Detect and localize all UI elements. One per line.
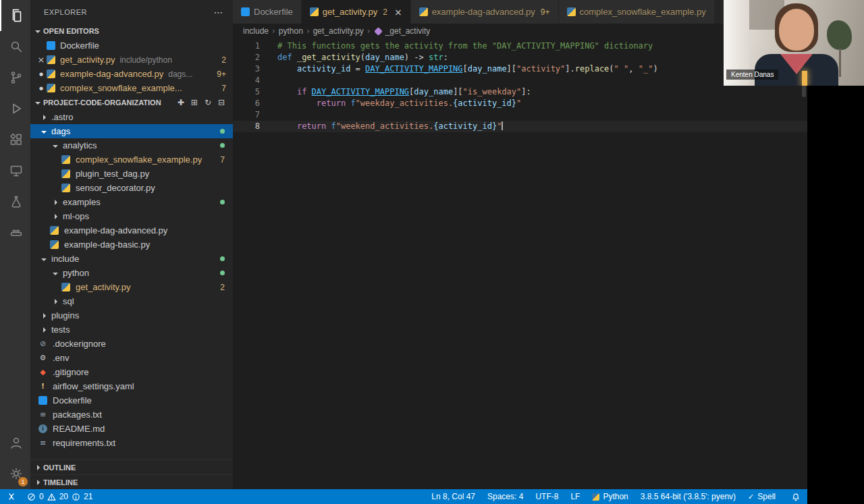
status-language[interactable]: Python: [586, 489, 634, 504]
tree-item[interactable]: tests: [30, 323, 233, 337]
git-badge: 7: [217, 84, 226, 93]
remote-explorer-icon[interactable]: [0, 155, 30, 186]
tab-bar: Dockerfileget_activity.py2×example-dag-a…: [233, 0, 807, 24]
python-file-icon: [61, 184, 70, 192]
new-folder-icon[interactable]: ⊞: [191, 98, 198, 107]
more-actions-icon[interactable]: ⋯: [214, 7, 224, 18]
outline-section-header[interactable]: OUTLINE: [30, 459, 233, 474]
status-eol[interactable]: LF: [564, 489, 586, 504]
breadcrumb-item[interactable]: get_activity.py: [313, 26, 364, 36]
code-line[interactable]: 3 activity_id = DAY_ACTIVITY_MAPPING[day…: [233, 63, 807, 75]
tree-item[interactable]: complex_snowflake_example.py7: [30, 152, 233, 167]
modified-contents-dot: [220, 143, 225, 148]
editor-scrollbar[interactable]: [801, 38, 807, 489]
code-line[interactable]: 1# This functions gets the activity from…: [233, 40, 807, 52]
tree-item[interactable]: include: [30, 252, 233, 266]
tree-item[interactable]: examples: [30, 195, 233, 209]
code-line[interactable]: 8 return f"weekend_activities.{activity_…: [233, 121, 807, 132]
open-editors-header[interactable]: OPEN EDITORS: [30, 24, 233, 38]
tree-item-label: analytics: [63, 140, 97, 150]
open-editor-item[interactable]: ×get_activity.pyinclude/python2: [30, 53, 233, 67]
new-file-icon[interactable]: ✚: [178, 98, 184, 107]
git-badge: 7: [216, 155, 225, 165]
search-icon[interactable]: [0, 31, 30, 62]
tree-item-label: ml-ops: [63, 211, 89, 221]
close-editor-icon[interactable]: ×: [36, 55, 47, 65]
tab-close-icon[interactable]: ×: [394, 7, 402, 18]
gear-file-icon: ⚙: [38, 354, 47, 362]
tree-item[interactable]: example-dag-basic.py: [30, 237, 233, 252]
project-section-actions: ✚⊞↻⊟: [178, 98, 233, 107]
status-indentation[interactable]: Spaces: 4: [481, 489, 529, 504]
project-section-header[interactable]: PROJECT-CODE-ORGANIZATION ✚⊞↻⊟: [30, 95, 233, 110]
remote-indicator[interactable]: [0, 489, 23, 504]
tree-item[interactable]: sensor_decorator.py: [30, 181, 233, 195]
editor-tab[interactable]: Dockerfile: [233, 0, 302, 24]
editor-tab[interactable]: get_activity.py2×: [302, 0, 411, 24]
code-line[interactable]: 4: [233, 75, 807, 86]
status-interpreter[interactable]: 3.8.5 64-bit ('3.8.5': pyenv): [634, 489, 742, 504]
tree-item-label: .env: [53, 353, 70, 363]
tab-git-badge: 9+: [541, 7, 550, 17]
activity-bar: 1: [0, 0, 30, 489]
status-cursor-position[interactable]: Ln 8, Col 47: [425, 489, 481, 504]
tree-item[interactable]: ◆.gitignore: [30, 365, 233, 379]
tree-item[interactable]: !airflow_settings.yaml: [30, 379, 233, 393]
open-editor-item[interactable]: ●complex_snowflake_example...7: [30, 81, 233, 95]
breadcrumb-item[interactable]: python: [279, 26, 303, 36]
tree-item[interactable]: iREADME.md: [30, 422, 233, 436]
tree-item[interactable]: dags: [30, 124, 233, 138]
tree-item[interactable]: python: [30, 266, 233, 280]
tree-item[interactable]: ⊘.dockerignore: [30, 337, 233, 351]
refresh-icon[interactable]: ↻: [205, 98, 211, 107]
tree-item-label: example-dag-advanced.py: [64, 225, 167, 235]
timeline-section-header[interactable]: TIMELINE: [30, 474, 233, 489]
settings-gear-icon[interactable]: 1: [0, 458, 30, 489]
dirty-dot-icon: ●: [36, 72, 47, 77]
modified-contents-dot: [220, 256, 225, 261]
timeline-label: TIMELINE: [43, 478, 78, 486]
tree-item[interactable]: sql: [30, 294, 233, 308]
code-line[interactable]: 5 if DAY_ACTIVITY_MAPPING[day_name]["is_…: [233, 86, 807, 98]
tree-item-label: examples: [63, 197, 101, 207]
status-spell[interactable]: ✓Spell: [742, 489, 782, 504]
tree-item[interactable]: ⚙.env: [30, 351, 233, 365]
tree-item[interactable]: ≡packages.txt: [30, 408, 233, 422]
tree-item[interactable]: ml-ops: [30, 209, 233, 223]
tree-item[interactable]: Dockerfile: [30, 393, 233, 408]
python-file-icon: [61, 155, 70, 164]
testing-icon[interactable]: [0, 186, 30, 217]
docker-extension-icon[interactable]: [0, 217, 30, 248]
tree-item[interactable]: plugins: [30, 308, 233, 323]
account-icon[interactable]: [0, 427, 30, 458]
tree-item[interactable]: ≡requirements.txt: [30, 436, 233, 450]
status-encoding[interactable]: UTF-8: [529, 489, 564, 504]
tree-item[interactable]: analytics: [30, 138, 233, 152]
run-and-debug-icon[interactable]: [0, 93, 30, 124]
code-line[interactable]: 2def _get_activity(day_name) -> str:: [233, 52, 807, 63]
notifications-bell-icon[interactable]: [787, 489, 807, 504]
python-file-icon: [567, 7, 576, 16]
explorer-sidebar: EXPLORER ⋯ OPEN EDITORS Dockerfile×get_a…: [30, 0, 233, 489]
code-line[interactable]: 6 return f"weekday_activities.{activity_…: [233, 98, 807, 109]
editor-tab[interactable]: example-dag-advanced.py9+: [411, 0, 559, 24]
collapse-all-icon[interactable]: ⊟: [218, 98, 225, 107]
open-editor-item[interactable]: Dockerfile: [30, 38, 233, 53]
explorer-icon[interactable]: [0, 0, 30, 31]
tree-item[interactable]: .astro: [30, 110, 233, 124]
source-control-icon[interactable]: [0, 62, 30, 93]
open-editor-item[interactable]: ●example-dag-advanced.pydags...9+: [30, 67, 233, 81]
code-editor[interactable]: 1# This functions gets the activity from…: [233, 38, 807, 489]
problems-indicator[interactable]: 0 20 21: [23, 489, 97, 504]
outline-label: OUTLINE: [43, 464, 76, 472]
extensions-icon[interactable]: [0, 124, 30, 155]
breadcrumb-symbol[interactable]: _get_activity: [385, 26, 431, 36]
tree-item[interactable]: plugin_test_dag.py: [30, 167, 233, 181]
tree-item[interactable]: get_activity.py2: [30, 280, 233, 294]
editor-tab[interactable]: complex_snowflake_example.py: [559, 0, 715, 24]
breadcrumb-item[interactable]: include: [243, 26, 269, 36]
modified-contents-dot: [220, 271, 225, 275]
tree-item-label: python: [63, 268, 89, 278]
code-line[interactable]: 7: [233, 109, 807, 121]
tree-item[interactable]: example-dag-advanced.py: [30, 223, 233, 237]
